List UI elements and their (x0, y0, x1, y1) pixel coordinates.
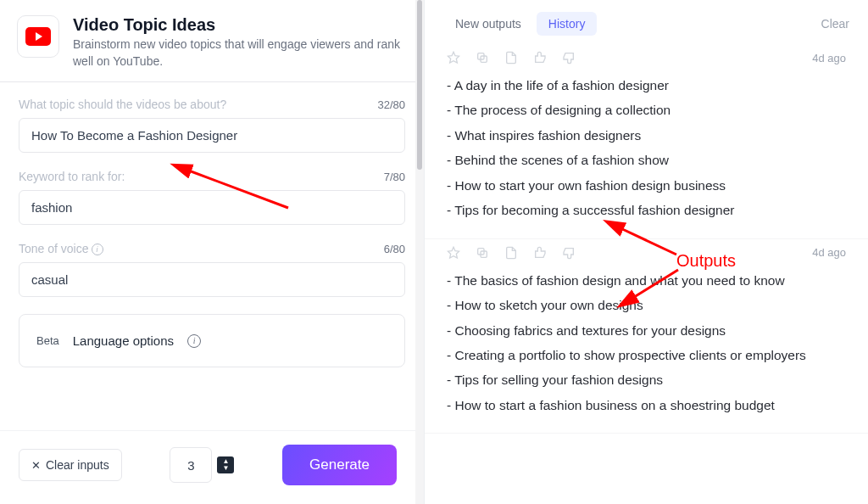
tone-counter: 6/80 (384, 243, 405, 255)
list-item: - A day in the life of a fashion designe… (447, 73, 846, 98)
thumbs-down-icon[interactable] (562, 51, 576, 64)
left-panel: Video Topic Ideas Brainstorm new video t… (0, 0, 424, 504)
clear-label: Clear inputs (46, 458, 109, 472)
svg-marker-3 (448, 247, 459, 258)
thumbs-down-icon[interactable] (562, 246, 576, 260)
output-list: - A day in the life of a fashion designe… (447, 73, 846, 223)
output-list: - The basics of fashion design and what … (447, 268, 846, 418)
list-item: - Behind the scenes of a fashion show (447, 148, 846, 172)
beta-badge: Beta (36, 334, 59, 347)
star-icon[interactable] (447, 246, 460, 260)
list-item: - Choosing fabrics and textures for your… (447, 318, 846, 343)
svg-marker-0 (448, 52, 459, 63)
topic-input[interactable] (19, 118, 405, 153)
info-icon[interactable]: i (92, 244, 103, 255)
list-item: - Creating a portfolio to show prospecti… (447, 343, 846, 367)
copy-icon[interactable] (476, 51, 489, 64)
chevron-down-icon: ▼ (222, 465, 229, 472)
clear-outputs-link[interactable]: Clear (821, 17, 849, 31)
footer-bar: ✕ Clear inputs ▲ ▼ Generate (0, 430, 415, 504)
options-label: Language options (73, 333, 174, 348)
close-icon: ✕ (31, 459, 41, 472)
tab-history[interactable]: History (537, 12, 598, 36)
output-block: 4d ago - A day in the life of a fashion … (425, 44, 868, 239)
header: Video Topic Ideas Brainstorm new video t… (0, 0, 424, 81)
list-item: - Tips for selling your fashion designs (447, 367, 846, 392)
keyword-counter: 7/80 (384, 171, 405, 183)
list-item: - What inspires fashion designers (447, 123, 846, 148)
right-panel: New outputs History Clear 4d ago - A day… (424, 0, 868, 504)
topic-label: What topic should the videos be about? (19, 98, 226, 111)
generate-button[interactable]: Generate (282, 445, 397, 485)
language-options-card[interactable]: Beta Language options i (19, 314, 405, 367)
tone-label: Tone of voicei (19, 242, 103, 255)
output-timestamp: 4d ago (812, 52, 846, 64)
star-icon[interactable] (447, 51, 460, 64)
list-item: - The process of designing a collection (447, 98, 846, 122)
tab-new-outputs[interactable]: New outputs (443, 12, 533, 36)
list-item: - How to start a fashion business on a s… (447, 393, 846, 417)
thumbs-up-icon[interactable] (533, 51, 547, 64)
clear-inputs-button[interactable]: ✕ Clear inputs (19, 449, 122, 481)
play-icon (25, 27, 51, 46)
page-title: Video Topic Ideas (73, 15, 407, 35)
scrollbar[interactable] (415, 0, 424, 504)
youtube-logo (17, 15, 59, 58)
list-item: - How to sketch your own designs (447, 293, 846, 317)
list-item: - The basics of fashion design and what … (447, 268, 846, 293)
tone-input[interactable] (19, 262, 405, 297)
output-block: 4d ago - The basics of fashion design an… (425, 239, 868, 434)
list-item: - Tips for becoming a successful fashion… (447, 198, 846, 222)
page-subtitle: Brainstorm new video topics that will en… (73, 36, 407, 70)
keyword-label: Keyword to rank for: (19, 170, 125, 183)
list-item: - How to start your own fashion design b… (447, 173, 846, 198)
thumbs-up-icon[interactable] (533, 246, 547, 260)
count-input[interactable] (170, 447, 212, 483)
quantity-stepper[interactable]: ▲ ▼ (217, 456, 234, 473)
scrollbar-thumb[interactable] (417, 0, 422, 170)
copy-icon[interactable] (476, 246, 489, 260)
topic-counter: 32/80 (377, 98, 405, 111)
keyword-input[interactable] (19, 190, 405, 225)
output-timestamp: 4d ago (812, 246, 846, 259)
document-icon[interactable] (504, 51, 518, 64)
document-icon[interactable] (504, 246, 518, 260)
info-icon[interactable]: i (187, 334, 201, 348)
